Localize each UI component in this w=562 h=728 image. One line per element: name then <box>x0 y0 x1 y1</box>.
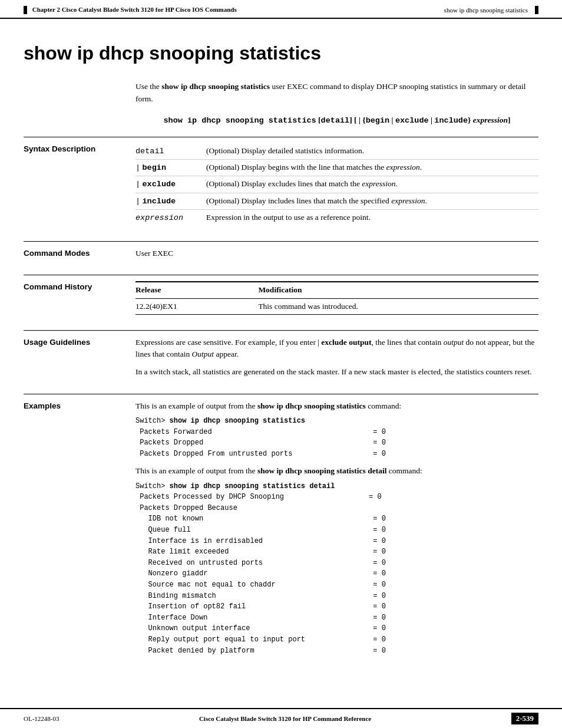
table-row: detail (Optional) Display detailed stati… <box>135 143 538 160</box>
modification-value: This command was introduced. <box>258 298 538 314</box>
syntax-description-content: detail (Optional) Display detailed stati… <box>135 143 538 226</box>
examples-label: Examples <box>24 400 135 661</box>
syntax-description-label: Syntax Description <box>24 143 135 226</box>
command-modes-label: Command Modes <box>24 248 135 259</box>
usage-para1: Expressions are case sensitive. For exam… <box>135 337 538 361</box>
footer-title: Cisco Catalyst Blade Switch 3120 for HP … <box>59 715 511 722</box>
desc-include: (Optional) Display includes lines that m… <box>206 193 538 209</box>
header-chapter: Chapter 2 Cisco Catalyst Blade Switch 31… <box>24 6 237 14</box>
usage-para2: In a switch stack, all statistics are ge… <box>135 366 538 378</box>
release-value: 12.2(40)EX1 <box>135 298 258 314</box>
term-exclude: | exclude <box>135 176 206 193</box>
col-modification: Modification <box>258 282 538 298</box>
example2-intro: This is an example of output from the sh… <box>135 465 538 477</box>
table-row: expression Expression in the output to u… <box>135 209 538 226</box>
command-history-section: Command History Release Modification 12.… <box>24 275 538 321</box>
page-footer: OL-12248-03 Cisco Catalyst Blade Switch … <box>0 708 562 728</box>
syntax-display-line: show ip dhcp snooping statistics [detail… <box>135 116 538 125</box>
command-history-content: Release Modification 12.2(40)EX1 This co… <box>135 281 538 315</box>
table-row: 12.2(40)EX1 This command was introduced. <box>135 298 538 314</box>
usage-guidelines-label: Usage Guidelines <box>24 337 135 378</box>
examples-section: Examples This is an example of output fr… <box>24 394 538 667</box>
desc-expression: Expression in the output to use as a ref… <box>206 209 538 226</box>
term-begin: | begin <box>135 160 206 176</box>
command-history-label: Command History <box>24 281 135 315</box>
example1-intro: This is an example of output from the sh… <box>135 400 538 412</box>
desc-detail: (Optional) Display detailed statistics i… <box>206 143 538 160</box>
intro-paragraph: Use the show ip dhcp snooping statistics… <box>135 81 538 105</box>
desc-begin: (Optional) Display begins with the line … <box>206 160 538 176</box>
syntax-description-section: Syntax Description detail (Optional) Dis… <box>24 137 538 232</box>
term-expression: expression <box>135 209 206 226</box>
intro-command-bold: show ip dhcp snooping statistics <box>161 82 270 91</box>
footer-page-number: 2-539 <box>511 713 538 724</box>
main-content: show ip dhcp snooping statistics Use the… <box>0 19 562 690</box>
command-modes-section: Command Modes User EXEC <box>24 241 538 265</box>
usage-guidelines-section: Usage Guidelines Expressions are case se… <box>24 330 538 384</box>
usage-guidelines-content: Expressions are case sensitive. For exam… <box>135 337 538 378</box>
col-release: Release <box>135 282 258 298</box>
page-header: Chapter 2 Cisco Catalyst Blade Switch 31… <box>0 0 562 19</box>
term-include: | include <box>135 193 206 209</box>
header-right: show ip dhcp snooping statistics <box>444 6 538 14</box>
syntax-table: detail (Optional) Display detailed stati… <box>135 143 538 226</box>
header-bar-icon <box>535 6 538 14</box>
term-detail: detail <box>135 143 206 160</box>
page-title: show ip dhcp snooping statistics <box>24 42 538 64</box>
table-row: | include (Optional) Display includes li… <box>135 193 538 209</box>
table-row: | begin (Optional) Display begins with t… <box>135 160 538 176</box>
examples-content: This is an example of output from the sh… <box>135 400 538 661</box>
chapter-bar-icon <box>24 6 27 14</box>
table-row: | exclude (Optional) Display excludes li… <box>135 176 538 193</box>
history-header-row: Release Modification <box>135 282 538 298</box>
history-table: Release Modification 12.2(40)EX1 This co… <box>135 281 538 315</box>
command-modes-value: User EXEC <box>135 248 538 259</box>
footer-doc-number: OL-12248-03 <box>24 715 59 722</box>
example2-code: Switch> show ip dhcp snooping statistics… <box>135 481 538 657</box>
desc-exclude: (Optional) Display excludes lines that m… <box>206 176 538 193</box>
example1-code: Switch> show ip dhcp snooping statistics… <box>135 416 538 459</box>
